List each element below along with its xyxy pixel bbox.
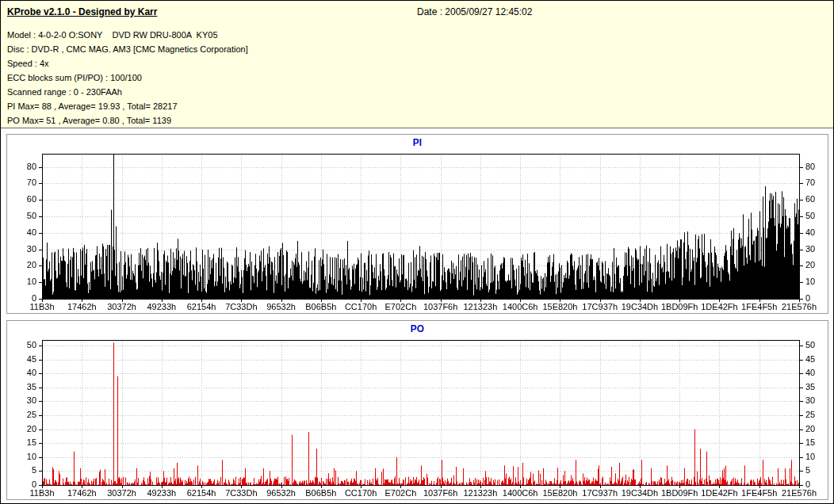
pi-chart-panel: PI [6, 134, 828, 314]
po-chart-title: PO [7, 323, 828, 334]
info-line-disc: Disc : DVD-R , CMC MAG. AM3 [CMC Magneti… [7, 42, 827, 56]
scan-date: Date : 2005/09/27 12:45:02 [417, 6, 532, 17]
info-line-ecc: ECC blocks sum (PI/PO) : 100/100 [7, 71, 827, 85]
info-line-model: Model : 4-0-2-0 O:SONY DVD RW DRU-800A K… [7, 28, 827, 42]
info-line-po-max: PO Max= 51 , Average= 0.80 , Total= 1139 [7, 113, 827, 128]
pi-chart [7, 135, 828, 313]
info-line-speed: Speed : 4x [7, 56, 827, 71]
pi-chart-title: PI [7, 137, 828, 148]
kprobe-window: KProbe v2.1.0 - Designed by Karr Date : … [0, 0, 834, 504]
po-chart-panel: PO [6, 320, 828, 500]
scan-info: Model : 4-0-2-0 O:SONY DVD RW DRU-800A K… [7, 28, 827, 128]
scan-info-header: KProbe v2.1.0 - Designed by Karr Date : … [1, 1, 833, 128]
po-chart [7, 321, 828, 499]
info-line-pi-max: PI Max= 88 , Average= 19.93 , Total= 282… [7, 99, 827, 113]
info-line-range: Scanned range : 0 - 230FAAh [7, 85, 827, 99]
app-title: KProbe v2.1.0 - Designed by Karr [7, 6, 157, 17]
